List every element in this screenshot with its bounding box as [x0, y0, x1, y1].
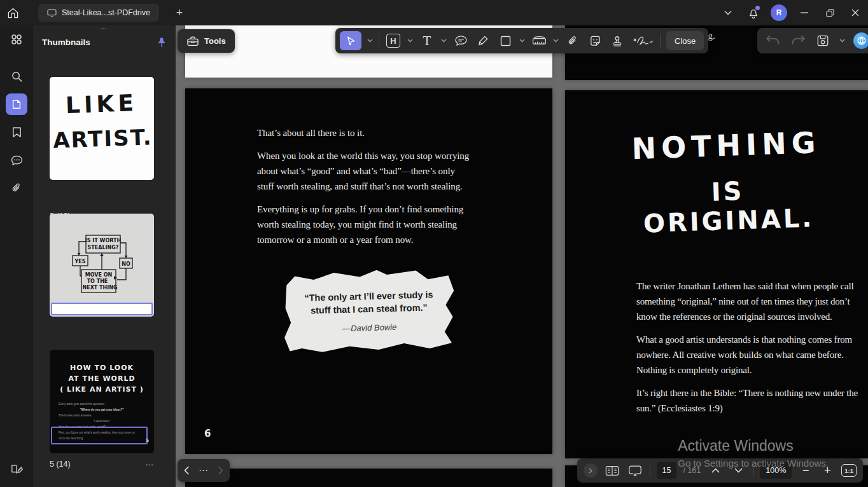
two-page-spread-icon	[605, 465, 619, 476]
document-viewer[interactable]: ng. That’s about all there is to it. Whe…	[176, 25, 868, 487]
flowchart-move1: MOVE ON	[85, 272, 112, 278]
tools-button[interactable]: Tools	[178, 29, 235, 53]
document-tab[interactable]: Steal-Likea...st-PDFdrive	[38, 4, 159, 22]
thumb5-title1: HOW TO LOOK	[50, 362, 154, 373]
flowchart-move2: TO THE	[87, 278, 108, 284]
search-button[interactable]	[0, 62, 33, 90]
close-toolbar-button[interactable]: Close	[666, 31, 704, 50]
select-tool-chevron[interactable]	[367, 39, 373, 43]
page-number: 6	[204, 428, 211, 439]
chevron-down-icon	[724, 10, 732, 15]
select-tool-button[interactable]	[340, 31, 361, 50]
panel-drag-handle[interactable]: ⋯	[33, 25, 176, 33]
paperclip-icon	[567, 35, 578, 47]
measure-tool-chevron[interactable]	[553, 39, 559, 43]
shape-tool-chevron[interactable]	[519, 39, 525, 43]
paperclip-icon	[11, 182, 22, 194]
minimize-button[interactable]	[792, 0, 817, 25]
thumb5-text-line: "I steal them."	[59, 418, 145, 424]
thumbnail-page-4[interactable]: IS IT WORTH STEALING? YES NO MOVE ON TO …	[50, 214, 154, 317]
titlebar-chevron-button[interactable]	[715, 0, 741, 25]
page-layout-button[interactable]	[604, 462, 620, 479]
thumb3-line1: LIKE	[50, 89, 154, 119]
sticker-smiley-icon	[589, 35, 601, 47]
back-button[interactable]	[184, 466, 190, 475]
close-icon	[851, 9, 859, 17]
save-options-chevron[interactable]	[839, 39, 845, 43]
thumbnail-more-button[interactable]: ⋯	[146, 460, 155, 469]
apps-grid-button[interactable]	[0, 25, 33, 53]
save-button[interactable]	[815, 32, 831, 49]
thumbnail-page-5[interactable]: HOW TO LOOK AT THE WORLD ( LIKE AN ARTIS…	[50, 350, 154, 453]
quote-attribution: —David Bowie	[342, 322, 397, 333]
home-button[interactable]	[0, 0, 25, 25]
thumb3-line2: ARTIST.	[50, 124, 154, 153]
restore-icon	[826, 9, 834, 17]
text-tool-icon: T	[423, 33, 431, 49]
zoom-out-button[interactable]: −	[798, 464, 813, 477]
square-shape-icon	[500, 35, 512, 47]
highlight-icon: H	[386, 34, 400, 48]
stamp-tool-button[interactable]	[609, 32, 626, 49]
pen-icon	[477, 35, 489, 47]
flowchart-question-line1: IS IT WORTH	[85, 238, 121, 244]
thumbnails-panel: ⋯ Thumbnails LIKE ARTIST. 3 (12) ⋯	[33, 25, 176, 487]
redo-button[interactable]	[790, 32, 806, 49]
viewport-indicator[interactable]	[51, 303, 153, 315]
notifications-button[interactable]	[741, 0, 766, 25]
presentation-button[interactable]	[627, 462, 643, 479]
thumb5-text-line: The honest artist answers:	[59, 413, 145, 418]
next-page-button[interactable]	[730, 462, 746, 479]
bookmark-icon	[12, 127, 22, 138]
viewport-indicator[interactable]	[51, 427, 148, 444]
notification-dot	[755, 6, 760, 10]
actual-size-button[interactable]: 1:1	[841, 464, 857, 477]
pen-tool-button[interactable]	[475, 32, 491, 49]
page-paragraph: That’s about all there is to it.	[257, 125, 473, 141]
toolbox-icon	[186, 36, 199, 47]
page-number-input[interactable]: 15	[657, 462, 677, 479]
ai-assistant-button[interactable]	[853, 32, 868, 49]
zoom-level-input[interactable]: 100%	[760, 462, 792, 479]
chapter-title-line2: IS ORIGINAL.	[626, 173, 831, 238]
maximize-button[interactable]	[817, 0, 843, 25]
pages-icon	[11, 99, 22, 110]
thumb5-text-line: "Where do you get your ideas?"	[59, 407, 145, 413]
thumbnail-page-3[interactable]: LIKE ARTIST.	[50, 77, 154, 180]
account-button[interactable]: R	[766, 0, 792, 25]
text-tool-chevron[interactable]	[441, 39, 447, 43]
comments-button[interactable]	[0, 146, 33, 174]
history-more-button[interactable]: ⋯	[199, 465, 209, 476]
attach-tool-button[interactable]	[564, 32, 581, 49]
undo-button[interactable]	[765, 32, 781, 49]
text-tool-button[interactable]: T	[419, 32, 435, 49]
highlight-tool-button[interactable]: H	[385, 32, 402, 49]
shape-tool-button[interactable]	[497, 32, 514, 49]
bookmarks-button[interactable]	[0, 118, 33, 146]
measure-tool-button[interactable]	[531, 32, 547, 49]
zoom-in-button[interactable]: +	[820, 464, 835, 477]
attachments-button[interactable]	[0, 174, 33, 202]
page-paragraph: It’s right there in the Bible: “There is…	[636, 385, 865, 416]
previous-page-button[interactable]	[707, 462, 724, 479]
chevron-up-icon	[711, 468, 720, 473]
close-window-button[interactable]	[843, 0, 868, 25]
note-tool-button[interactable]	[452, 32, 469, 49]
comment-icon	[11, 155, 23, 166]
reading-mode-button[interactable]	[0, 455, 33, 483]
forward-button[interactable]	[218, 466, 223, 475]
document-tab-title: Steal-Likea...st-PDFdrive	[62, 8, 150, 17]
sticker-tool-button[interactable]	[587, 32, 603, 49]
pin-panel-button[interactable]	[157, 37, 167, 48]
thumbnails-panel-button[interactable]	[6, 93, 27, 115]
new-tab-button[interactable]: +	[169, 3, 190, 23]
signature-tool-button[interactable]	[631, 32, 654, 49]
search-icon	[11, 71, 23, 83]
thumbnail-label: 5 (14)	[50, 460, 71, 469]
view-controls-bar: 15 / 161 100% − + 1:1	[577, 458, 863, 483]
highlight-tool-chevron[interactable]	[407, 39, 413, 43]
collapse-controls-button[interactable]	[584, 463, 598, 477]
thumb5-text-line: Every artist gets asked the question:	[59, 401, 145, 407]
page-paragraph: Everything is up for grabs. If you don’t…	[257, 202, 473, 247]
controls-divider	[650, 464, 650, 477]
